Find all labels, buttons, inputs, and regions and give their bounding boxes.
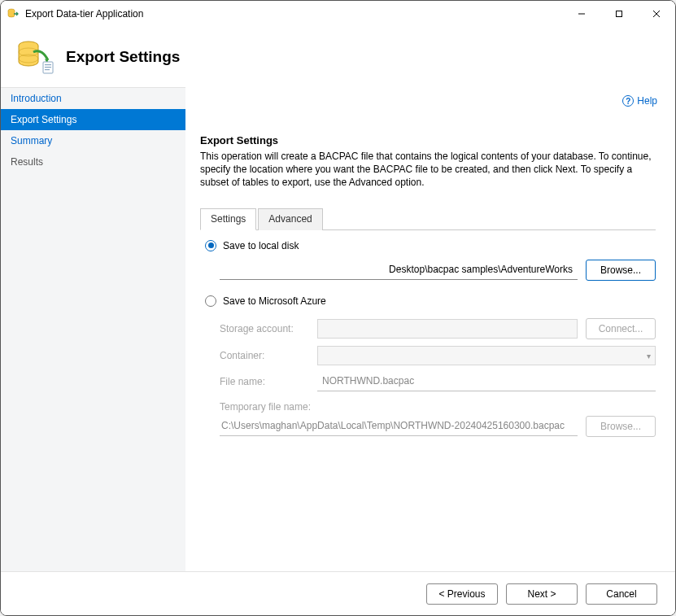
export-data-tier-window: Export Data-tier Application: [0, 0, 676, 616]
azure-fields: Storage account: Connect... Container: ▾…: [220, 312, 656, 437]
temp-filename-input: [220, 417, 578, 436]
section-heading: Export Settings: [200, 134, 656, 146]
local-path-row: Browse...: [220, 260, 656, 281]
previous-button[interactable]: < Previous: [426, 583, 498, 605]
svg-rect-11: [45, 69, 50, 70]
browse-local-button[interactable]: Browse...: [586, 260, 656, 281]
titlebar: Export Data-tier Application: [1, 1, 675, 27]
container-select: [317, 346, 656, 365]
radio-icon: [205, 295, 216, 307]
help-link[interactable]: ? Help: [622, 95, 657, 107]
radio-icon: [205, 240, 216, 251]
export-icon: [15, 37, 55, 76]
filename-input: [317, 372, 656, 391]
svg-rect-2: [617, 11, 622, 17]
help-label: Help: [637, 95, 657, 107]
window-title: Export Data-tier Application: [25, 8, 143, 20]
storage-account-input: [317, 319, 578, 339]
section-description: This operation will create a BACPAC file…: [200, 150, 656, 190]
minimize-button[interactable]: [563, 1, 600, 27]
svg-rect-10: [45, 67, 51, 68]
browse-temp-button: Browse...: [586, 416, 656, 437]
temp-filename-row: Browse...: [220, 416, 656, 437]
next-button[interactable]: Next >: [506, 583, 578, 605]
local-path-input[interactable]: [220, 260, 578, 280]
main-panel: ? Help Export Settings This operation wi…: [185, 87, 675, 571]
close-button[interactable]: [638, 1, 675, 27]
wizard-steps-sidebar: Introduction Export Settings Summary Res…: [1, 87, 185, 571]
svg-rect-9: [45, 64, 51, 65]
sidebar-item-results: Results: [1, 151, 185, 173]
temp-filename-label: Temporary file name:: [220, 401, 656, 413]
app-icon: [7, 7, 20, 20]
container-label: Container:: [220, 350, 309, 361]
radio-save-azure[interactable]: Save to Microsoft Azure: [205, 295, 656, 307]
sidebar-item-summary[interactable]: Summary: [1, 130, 185, 151]
filename-row: File name:: [220, 372, 656, 391]
connect-button: Connect...: [586, 318, 656, 339]
radio-label-azure: Save to Microsoft Azure: [223, 295, 326, 307]
sidebar-item-introduction[interactable]: Introduction: [1, 88, 185, 109]
wizard-footer: < Previous Next > Cancel: [1, 571, 675, 615]
sidebar-item-export-settings[interactable]: Export Settings: [1, 109, 185, 130]
page-title: Export Settings: [66, 48, 180, 66]
filename-label: File name:: [220, 376, 309, 387]
tab-advanced[interactable]: Advanced: [258, 208, 322, 230]
storage-account-label: Storage account:: [220, 323, 309, 334]
header-band: Export Settings: [1, 27, 675, 87]
radio-save-local[interactable]: Save to local disk: [205, 240, 656, 251]
tab-settings[interactable]: Settings: [200, 208, 256, 230]
radio-label-local: Save to local disk: [223, 240, 299, 251]
cancel-button[interactable]: Cancel: [586, 583, 657, 605]
container-row: Container: ▾: [220, 346, 656, 365]
wizard-body: Introduction Export Settings Summary Res…: [1, 87, 675, 571]
help-icon: ?: [622, 95, 634, 107]
tab-strip: Settings Advanced: [200, 208, 656, 230]
storage-account-row: Storage account: Connect...: [220, 318, 656, 339]
maximize-button[interactable]: [600, 1, 638, 27]
